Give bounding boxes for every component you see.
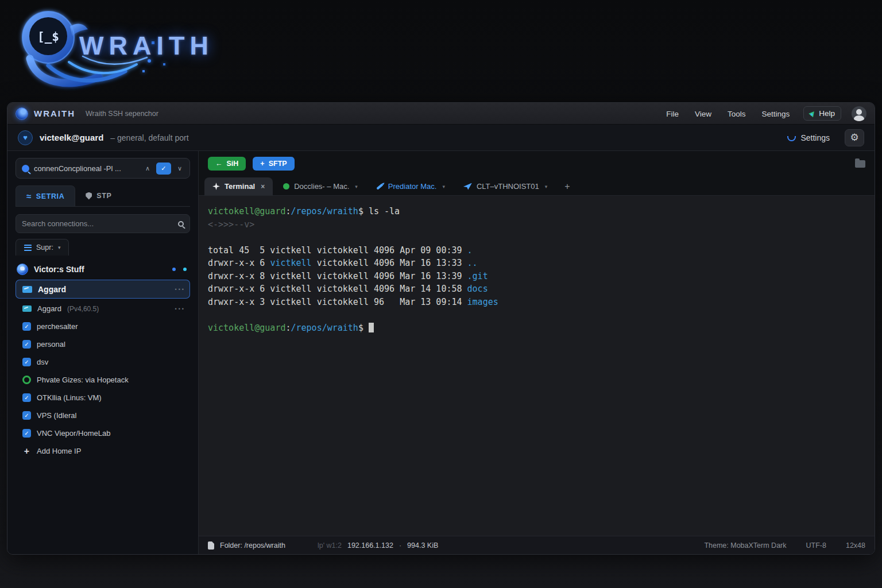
terminal-line — [208, 308, 865, 322]
item-menu-icon[interactable]: ••• — [175, 306, 185, 312]
tab-chevron-icon[interactable]: ▾ — [545, 184, 548, 189]
content-area: connenConcplioneal -Pl ... ∧ ✓ ∨ ≈ SETRI… — [7, 151, 875, 554]
file-icon — [208, 541, 214, 550]
sidebar-connection-list: Aggard ••• Aggard (Pv4,60.5) ••• perches… — [16, 278, 190, 460]
ssh-button[interactable]: ← SiH — [208, 157, 246, 171]
terminal-line: victokell@guard:/repos/wraith$ — [208, 322, 865, 335]
menubar-item-file[interactable]: File — [658, 106, 687, 122]
filter-button[interactable]: Supr: ▾ — [16, 239, 69, 256]
checkbox-button[interactable]: ✓ — [156, 163, 171, 175]
main-panel: ← SiH + SFTP Terminal × Docclies- – Mac.… — [199, 151, 875, 554]
connection-badge-icon: ♥ — [18, 130, 33, 145]
tab-close-icon[interactable]: × — [261, 183, 265, 191]
menubar-items: FileViewToolsSettings — [658, 109, 798, 119]
gear-button[interactable]: ⚙ — [845, 129, 864, 146]
help-icon — [809, 110, 817, 117]
brand-logo-icon — [16, 107, 28, 120]
wave-icon: ≈ — [26, 191, 32, 201]
sidebar-item-phvate-gizes-via-hopetack[interactable]: Phvate Gizes: via Hopetack — [16, 371, 190, 389]
folder-icon[interactable] — [855, 160, 865, 168]
monitor-icon — [22, 286, 32, 293]
shield-icon — [86, 192, 92, 200]
sidebar: connenConcplioneal -Pl ... ∧ ✓ ∨ ≈ SETRI… — [7, 151, 199, 554]
terminal-tab-clt-vthnoist01[interactable]: CLT–vTHNOIST01 ▾ — [455, 177, 555, 195]
avatar[interactable] — [852, 106, 866, 121]
terminal-line: victokell@guard:/repos/wraith$ ls -la — [208, 205, 865, 218]
item-menu-icon[interactable]: ••• — [175, 287, 185, 292]
help-button[interactable]: Help — [803, 106, 841, 121]
terminal-line: total 45 5 victkell victokkell 4096 Apr … — [208, 244, 865, 257]
sidebar-item-add-home-ip[interactable]: Add Home IP — [16, 442, 190, 460]
toolbar: ← SiH + SFTP — [199, 151, 875, 176]
terminal-line: <->>>--v> — [208, 218, 865, 231]
tab-chevron-icon[interactable]: ▾ — [442, 184, 445, 189]
search-box — [16, 214, 190, 233]
hero-title: WRAITH — [79, 31, 214, 61]
sidebar-item-aggard[interactable]: Aggard ••• — [16, 280, 190, 299]
menubar-item-view[interactable]: View — [687, 106, 719, 122]
menubar-item-settings[interactable]: Settings — [753, 106, 798, 122]
sidebar-item-aggard[interactable]: Aggard (Pv4,60.5) ••• — [16, 300, 190, 318]
connection-dropdown[interactable]: connenConcplioneal -Pl ... ∧ ✓ ∨ — [16, 158, 190, 179]
plus-icon: + — [260, 160, 264, 168]
filter-lines-icon — [24, 245, 32, 251]
sftp-button[interactable]: + SFTP — [253, 157, 294, 171]
sidebar-item-perchesalter[interactable]: perchesalter — [16, 318, 190, 335]
terminal-cursor — [369, 323, 374, 332]
check-icon — [22, 358, 31, 366]
brand-subtitle: Wraith SSH sepenchor — [86, 110, 158, 118]
filter-arrow-icon: ▾ — [58, 245, 61, 250]
group-label: Victor:s Stuff — [34, 265, 84, 274]
menubar: WRAITH Wraith SSH sepenchor FileViewTool… — [7, 103, 875, 125]
connection-settings-button[interactable]: Settings — [787, 133, 830, 142]
terminal-tab-[interactable]: + — [558, 178, 577, 195]
brand-name: WRAITH — [34, 109, 75, 118]
terminal-line: drwxr-x-x 8 victkell victokkell 4096 Mar… — [208, 270, 865, 283]
check-icon — [22, 322, 31, 331]
connection-suffix: – general, default port — [110, 133, 188, 142]
search-input[interactable] — [22, 219, 173, 228]
menubar-item-tools[interactable]: Tools — [719, 106, 754, 122]
statusbar-theme: Theme: MobaXTerm Dark — [704, 541, 786, 550]
connection-search-icon — [22, 165, 29, 172]
check-icon — [22, 393, 31, 402]
group-status-dots — [172, 268, 190, 271]
monitor2-icon — [22, 305, 32, 312]
greendot-icon — [283, 183, 289, 189]
left-arrow-icon: ← — [215, 160, 223, 168]
gear-icon: ⚙ — [850, 131, 858, 144]
sidebar-tab-setria[interactable]: ≈ SETRIA — [16, 185, 75, 206]
sidebar-item-vps-idleral[interactable]: VPS (Idleral — [16, 407, 190, 424]
terminal-tabbar: Terminal × Docclies- – Mac. ▾ Prediator … — [199, 176, 875, 196]
terminal-line — [208, 231, 865, 244]
sidebar-tab-stp[interactable]: STP — [75, 185, 122, 206]
status-dot-cyan — [183, 268, 187, 271]
filter-label: Supr: — [36, 243, 53, 252]
chevron-down-icon[interactable]: ∨ — [176, 165, 184, 172]
tab-chevron-icon[interactable]: ▾ — [355, 184, 358, 189]
status-dot-blue — [172, 268, 176, 271]
terminal-output[interactable]: victokell@guard:/repos/wraith$ ls -la<->… — [199, 196, 875, 536]
sidebar-item-dsv[interactable]: dsv — [16, 353, 190, 371]
terminal-tab-terminal[interactable]: Terminal × — [204, 177, 273, 195]
connection-user-host: victeelk@guard — [40, 133, 103, 142]
pencil-icon — [376, 183, 384, 189]
settings-label: Settings — [800, 133, 830, 142]
sidebar-group-header[interactable]: Victor:s Stuff — [17, 264, 190, 275]
sparkle-icon — [212, 183, 220, 190]
terminal-tab-prediator-mac[interactable]: Prediator Mac. ▾ — [368, 177, 453, 195]
sidebar-item-vnc-viepor-homelab[interactable]: VNC Viepor/HomeLab — [16, 424, 190, 442]
search-icon — [178, 221, 184, 227]
settings-hand-icon — [787, 136, 796, 141]
chevron-up-icon[interactable]: ∧ — [144, 165, 152, 172]
plane-icon — [463, 183, 472, 190]
connection-dropdown-label: connenConcplioneal -Pl ... — [34, 164, 121, 173]
terminal-tab-docclies-mac[interactable]: Docclies- – Mac. ▾ — [275, 177, 366, 195]
sidebar-item-personal[interactable]: personal — [16, 335, 190, 353]
check-icon — [22, 429, 31, 438]
connection-header: ♥ victeelk@guard – general, default port… — [7, 125, 875, 151]
sidebar-item-otkllia-linus-vm[interactable]: OTKllia (Linus: VM) — [16, 389, 190, 407]
svg-text:[_$: [_$ — [37, 30, 59, 44]
statusbar-separator: · — [399, 541, 401, 550]
statusbar-grid: 12x48 — [846, 541, 865, 550]
